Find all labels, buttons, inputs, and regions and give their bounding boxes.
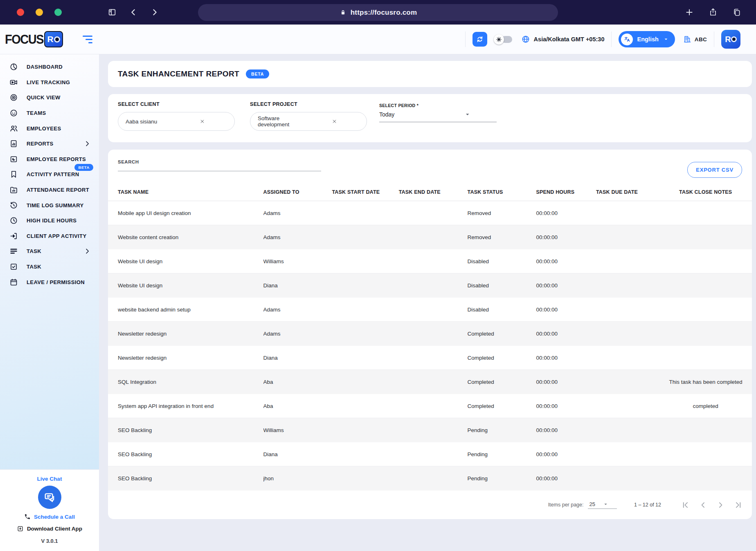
table-row[interactable]: Website UI design Diana Disabled 00:00:0… xyxy=(108,273,752,298)
menu-toggle-button[interactable] xyxy=(83,36,92,43)
client-select-input[interactable]: Aaba sisianu xyxy=(118,112,235,131)
timezone-display: Asia/Kolkata GMT +05:30 xyxy=(521,35,605,44)
refresh-icon xyxy=(476,35,484,43)
sidebar-item[interactable]: TEAMS xyxy=(0,105,99,121)
cell-assigned-to: Diana xyxy=(263,451,332,457)
cell-task-name: Website UI design xyxy=(118,282,263,289)
cell-spend-hours: 00:00:00 xyxy=(536,451,596,457)
schedule-call-link[interactable]: Schedule a Call xyxy=(24,513,75,520)
brand-text: FOCUS xyxy=(5,32,43,47)
sidebar-item[interactable]: ACTIVITY PATTERN BETA xyxy=(0,167,99,182)
live-chat-link[interactable]: Live Chat xyxy=(37,476,62,482)
profile-avatar[interactable]: R xyxy=(721,30,740,49)
sidebar-item-label: EMPLOYEES xyxy=(27,125,61,132)
first-page-icon[interactable] xyxy=(681,500,690,510)
address-bar[interactable]: https://focusro.com xyxy=(198,4,558,21)
cell-task-status: Pending xyxy=(468,427,536,433)
table-row[interactable]: SEO Backling Diana Pending 00:00:00 xyxy=(108,442,752,466)
next-page-icon[interactable] xyxy=(716,500,725,510)
cell-task-name: website backend admin setup xyxy=(118,307,263,313)
smiley-icon xyxy=(9,109,18,117)
tabs-overview-icon[interactable] xyxy=(732,8,741,17)
cell-spend-hours: 00:00:00 xyxy=(536,379,596,385)
zoom-window-button[interactable] xyxy=(54,9,62,16)
cell-assigned-to: Adams xyxy=(263,234,332,240)
cell-spend-hours: 00:00:00 xyxy=(536,307,596,313)
period-select[interactable]: Today xyxy=(379,111,497,122)
refresh-button[interactable] xyxy=(473,32,487,47)
cell-task-name: Newsletter redesign xyxy=(118,331,263,337)
forward-icon[interactable] xyxy=(150,8,159,17)
cell-task-status: Pending xyxy=(468,475,536,482)
sidebar-footer: Live Chat Schedule a Call Download Clien… xyxy=(0,469,99,551)
app-version: V 3.0.1 xyxy=(41,538,58,544)
table-row[interactable]: SEO Backling Williams Pending 00:00:00 xyxy=(108,418,752,442)
cell-assigned-to: Aba xyxy=(263,379,332,385)
table-row[interactable]: website backend admin setup Adams Disabl… xyxy=(108,298,752,322)
clear-project-icon[interactable] xyxy=(309,119,360,124)
cell-task-close-notes: This task has been completed xyxy=(669,379,742,385)
export-csv-button[interactable]: EXPORT CSV xyxy=(687,162,742,178)
back-icon[interactable] xyxy=(129,8,138,17)
task-table-card: SEARCH EXPORT CSV TASK NAME ASSIGNED TO … xyxy=(108,150,752,519)
sidebar-item[interactable]: LIVE TRACKING xyxy=(0,75,99,90)
clear-client-icon[interactable] xyxy=(177,119,228,124)
page-title-card: TASK ENHANCEMENT REPORT BETA xyxy=(108,61,752,87)
table-row[interactable]: SEO Backling jhon Pending 00:00:00 xyxy=(108,466,752,491)
theme-toggle[interactable] xyxy=(494,34,512,45)
sidebar-item-label: TIME LOG SUMMARY xyxy=(27,202,84,208)
cell-task-close-notes: completed xyxy=(669,403,742,409)
sidebar-item[interactable]: EMPLOYEES xyxy=(0,121,99,136)
share-icon[interactable] xyxy=(709,8,718,17)
column-header: TASK START DATE xyxy=(332,189,398,195)
sidebar-item[interactable]: LEAVE / PERMISSION xyxy=(0,274,99,290)
download-client-app-link[interactable]: Download Client App xyxy=(17,525,82,532)
project-select-input[interactable]: Software development xyxy=(250,112,367,131)
table-row[interactable]: Mobile app UI design creation Adams Remo… xyxy=(108,201,752,225)
close-window-button[interactable] xyxy=(17,9,24,16)
minimize-window-button[interactable] xyxy=(36,9,43,16)
new-tab-icon[interactable] xyxy=(685,8,694,17)
download-icon xyxy=(17,525,24,532)
sidebar-item[interactable]: TIME LOG SUMMARY xyxy=(0,197,99,213)
language-selector-button[interactable]: English xyxy=(619,31,675,47)
sidebar-item[interactable]: QUICK VIEW xyxy=(0,90,99,105)
items-per-page-label: Items per page: xyxy=(548,502,584,508)
previous-page-icon[interactable] xyxy=(698,500,708,510)
sidebar-item[interactable]: REPORTS xyxy=(0,136,99,152)
table-row[interactable]: System app API integration in front end … xyxy=(108,394,752,418)
brand-logo[interactable]: FOCUS R xyxy=(5,31,63,47)
cell-task-name: System app API integration in front end xyxy=(118,403,263,409)
live-chat-button[interactable] xyxy=(38,486,61,509)
divider xyxy=(611,31,612,47)
sidebar-item-label: QUICK VIEW xyxy=(27,94,61,101)
cell-spend-hours: 00:00:00 xyxy=(536,234,596,240)
cell-task-status: Completed xyxy=(468,331,536,337)
table-row[interactable]: Newsletter redesign Diana Completed 00:0… xyxy=(108,346,752,370)
sidebar-item[interactable]: TASK xyxy=(0,259,99,275)
sidebar-toggle-icon[interactable] xyxy=(108,8,117,17)
sidebar-item[interactable]: HIGH IDLE HOURS xyxy=(0,213,99,228)
cell-assigned-to: Adams xyxy=(263,210,332,216)
video-camera-icon xyxy=(9,78,18,87)
cell-assigned-to: Williams xyxy=(263,258,332,264)
column-header: TASK STATUS xyxy=(468,189,536,195)
cell-spend-hours: 00:00:00 xyxy=(536,282,596,289)
items-per-page-select[interactable]: 25 xyxy=(588,501,617,509)
table-row[interactable]: SQL Integration Aba Completed 00:00:00 T… xyxy=(108,370,752,394)
sidebar-item[interactable]: CLIENT APP ACTIVITY xyxy=(0,228,99,244)
cell-task-name: Website UI design xyxy=(118,258,263,264)
table-row[interactable]: Website UI design Williams Disabled 00:0… xyxy=(108,249,752,273)
table-row[interactable]: Website content creation Adams Removed 0… xyxy=(108,225,752,249)
table-row[interactable]: Newsletter redesign Adams Completed 00:0… xyxy=(108,322,752,346)
sidebar-item[interactable]: DASHBOARD xyxy=(0,59,99,75)
brand-camera-logo: R xyxy=(44,31,63,47)
sidebar-item[interactable]: ATTENDANCE REPORT xyxy=(0,182,99,198)
sidebar-item[interactable]: TASK xyxy=(0,244,99,259)
search-input[interactable] xyxy=(118,171,321,171)
last-page-icon[interactable] xyxy=(734,500,743,510)
sidebar-item-label: REPORTS xyxy=(27,141,54,147)
beta-badge: BETA xyxy=(246,69,269,78)
sidebar-item-label: TEAMS xyxy=(27,110,46,116)
organization-display: ABC xyxy=(683,35,707,43)
